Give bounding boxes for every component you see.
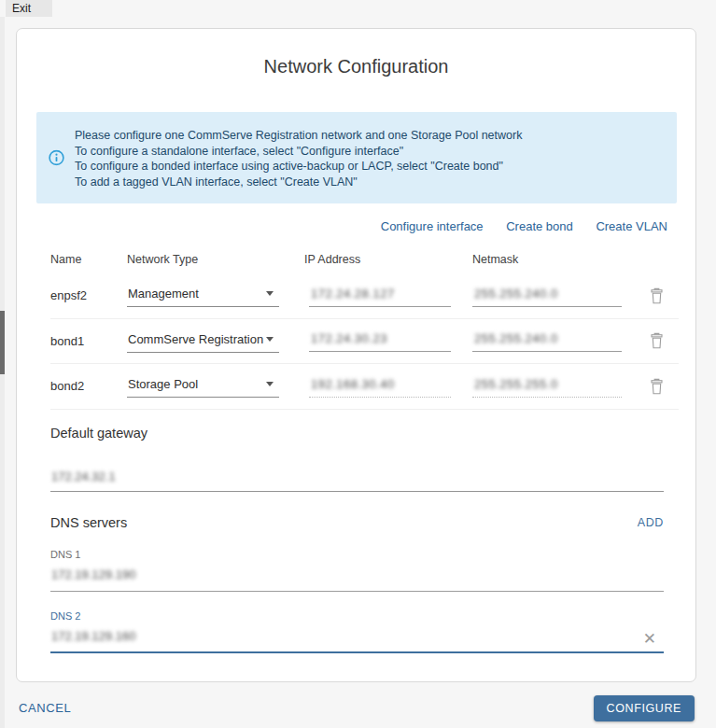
network-configuration-dialog: Network Configuration Please configure o… — [16, 28, 696, 682]
ip-address-input[interactable]: 172.24.28.127 — [309, 285, 451, 307]
interface-name: enpsf2 — [50, 288, 127, 302]
create-vlan-link[interactable]: Create VLAN — [596, 219, 667, 233]
table-header-row: Name Network Type IP Address Netmask — [50, 245, 679, 273]
create-bond-link[interactable]: Create bond — [506, 219, 573, 233]
dns1-label: DNS 1 — [50, 549, 664, 560]
info-banner: Please configure one CommServe Registrat… — [36, 112, 677, 203]
dns-servers-heading: DNS servers — [50, 515, 127, 530]
clear-dns2-icon[interactable]: ✕ — [643, 631, 656, 647]
dns-entry: DNS 2 172.19.129.160 ✕ — [50, 610, 664, 653]
network-type-value: Storage Pool — [128, 377, 198, 391]
interfaces-table: Name Network Type IP Address Netmask enp… — [50, 245, 679, 410]
trash-icon — [650, 287, 664, 304]
chevron-down-icon — [266, 291, 274, 296]
info-icon — [49, 150, 64, 166]
dns-entry: DNS 1 172.19.129.190 — [50, 549, 664, 592]
delete-interface-button[interactable] — [650, 287, 679, 304]
netmask-input[interactable]: 255.255.240.0 — [472, 329, 622, 352]
delete-interface-button[interactable] — [650, 378, 679, 395]
column-header-name: Name — [50, 253, 127, 266]
left-scrollbar-thumb[interactable] — [0, 311, 5, 374]
ip-address-input[interactable]: 192.168.30.40 — [309, 375, 451, 398]
configure-interface-link[interactable]: Configure interface — [381, 219, 484, 233]
column-header-netmask: Netmask — [472, 253, 650, 266]
netmask-input[interactable]: 255.255.240.0 — [472, 285, 622, 307]
network-type-select[interactable]: Management — [127, 284, 279, 307]
network-type-select[interactable]: CommServe Registration — [127, 329, 279, 353]
interface-name: bond1 — [50, 334, 127, 348]
add-dns-button[interactable]: ADD — [638, 516, 664, 529]
delete-interface-button[interactable] — [650, 332, 679, 349]
ip-address-input[interactable]: 172.24.30.23 — [309, 329, 451, 352]
page-title: Network Configuration — [17, 56, 695, 77]
network-type-value: Management — [128, 287, 199, 301]
exit-button[interactable]: Exit — [6, 0, 52, 17]
dns-servers-section: DNS servers ADD DNS 1 172.19.129.190 DNS… — [50, 515, 664, 653]
info-line: To configure a standalone interface, sel… — [75, 144, 664, 160]
info-line: To configure a bonded interface using ac… — [75, 159, 664, 175]
table-actions: Configure interface Create bond Create V… — [17, 219, 667, 233]
dns2-label: DNS 2 — [50, 610, 664, 622]
dns1-input[interactable]: 172.19.129.190 — [50, 567, 664, 592]
chevron-down-icon — [266, 382, 274, 386]
column-header-network-type: Network Type — [127, 253, 304, 266]
info-line: To add a tagged VLAN interface, select "… — [75, 175, 664, 190]
netmask-input[interactable]: 255.255.255.0 — [472, 375, 622, 398]
chevron-down-icon — [266, 337, 274, 342]
cancel-button[interactable]: CANCEL — [19, 701, 71, 715]
interface-name: bond2 — [50, 379, 127, 393]
network-type-select[interactable]: Storage Pool — [127, 374, 279, 398]
default-gateway-label: Default gateway — [50, 426, 664, 441]
info-line: Please configure one CommServe Registrat… — [75, 128, 664, 144]
trash-icon — [650, 378, 664, 395]
default-gateway-input[interactable]: 172.24.32.1 — [50, 468, 664, 492]
table-row: enpsf2 Management 172.24.28.127 255.255.… — [50, 273, 679, 319]
configure-button[interactable]: CONFIGURE — [594, 695, 695, 721]
table-row: bond1 CommServe Registration 172.24.30.2… — [50, 319, 679, 365]
table-row: bond2 Storage Pool 192.168.30.40 255.255… — [50, 364, 679, 410]
column-header-ip: IP Address — [304, 253, 472, 266]
network-type-value: CommServe Registration — [128, 332, 263, 346]
default-gateway-section: Default gateway 172.24.32.1 — [50, 426, 664, 492]
dns2-input[interactable]: 172.19.129.160 — [50, 628, 664, 653]
trash-icon — [650, 332, 664, 349]
